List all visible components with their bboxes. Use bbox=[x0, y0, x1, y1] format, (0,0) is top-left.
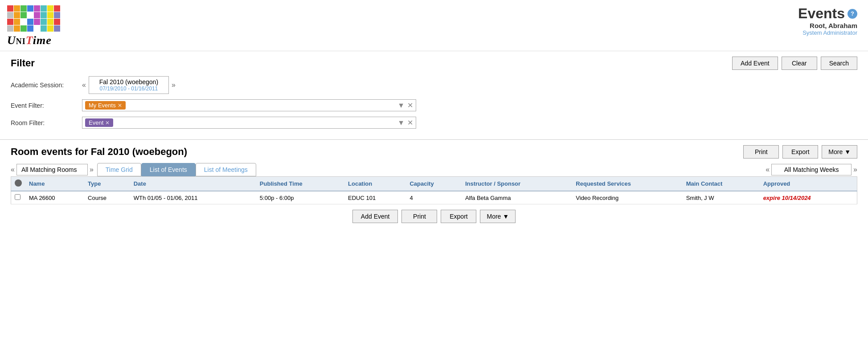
logo-cell bbox=[27, 19, 33, 25]
room-filter-label: Room Filter: bbox=[11, 119, 82, 126]
all-matching-rooms[interactable]: All Matching Rooms bbox=[16, 164, 88, 175]
add-event-button[interactable]: Add Event bbox=[732, 57, 778, 70]
logo-cell bbox=[20, 5, 27, 12]
all-matching-weeks[interactable]: All Matching Weeks bbox=[771, 164, 852, 175]
logo-cell bbox=[54, 12, 60, 18]
logo-cell bbox=[7, 25, 13, 32]
logo-cell bbox=[47, 25, 53, 32]
results-title: Room events for Fal 2010 (woebegon) bbox=[11, 146, 187, 158]
col-instructor: Instructor / Sponsor bbox=[462, 177, 572, 191]
col-location: Location bbox=[344, 177, 406, 191]
row-type: Course bbox=[84, 191, 130, 204]
event-tag-remove[interactable]: ✕ bbox=[118, 102, 122, 109]
tab-time-grid[interactable]: Time Grid bbox=[97, 163, 141, 176]
room-nav: « All Matching Rooms » bbox=[11, 164, 94, 175]
table-header-row: Name Type Date Published Time Location C… bbox=[11, 177, 857, 191]
logo-cell bbox=[7, 12, 13, 18]
rooms-next-arrow[interactable]: » bbox=[90, 166, 94, 174]
events-table: Name Type Date Published Time Location C… bbox=[11, 176, 857, 204]
row-name[interactable]: MA 26600 bbox=[25, 191, 84, 204]
row-published_time: 5:00p - 6:00p bbox=[256, 191, 344, 204]
event-filter-clear[interactable]: ✕ bbox=[407, 101, 413, 110]
bottom-buttons: Add Event Print Export More ▼ bbox=[11, 204, 857, 225]
logo-cell bbox=[14, 5, 20, 12]
print-button-top[interactable]: Print bbox=[743, 145, 779, 159]
export-button-top[interactable]: Export bbox=[782, 145, 818, 159]
event-filter-input[interactable]: My Events ✕ ▼ ✕ bbox=[82, 99, 416, 111]
logo-cell bbox=[47, 12, 53, 18]
logo-cell bbox=[20, 25, 27, 32]
add-event-button-bottom[interactable]: Add Event bbox=[352, 210, 398, 223]
results-header: Room events for Fal 2010 (woebegon) Prin… bbox=[11, 145, 857, 159]
session-prev-arrow[interactable]: « bbox=[82, 81, 86, 89]
col-date: Date bbox=[130, 177, 256, 191]
logo-cell bbox=[47, 19, 53, 25]
room-tag-remove[interactable]: ✕ bbox=[105, 120, 110, 126]
row-capacity: 4 bbox=[406, 191, 461, 204]
logo-cell bbox=[41, 5, 47, 12]
more-button-bottom[interactable]: More ▼ bbox=[480, 210, 516, 223]
row-main_contact: Smith, J W bbox=[683, 191, 760, 204]
event-filter-label: Event Filter: bbox=[11, 102, 82, 109]
event-filter-tag[interactable]: My Events ✕ bbox=[85, 101, 126, 110]
logo-cell bbox=[27, 12, 33, 18]
room-filter-controls: ▼ ✕ bbox=[397, 118, 413, 127]
logo-text: UniTime bbox=[7, 33, 52, 47]
page-header: UniTime Events ? Root, Abraham System Ad… bbox=[0, 0, 868, 51]
col-type: Type bbox=[84, 177, 130, 191]
col-main-contact: Main Contact bbox=[683, 177, 760, 191]
logo-cell bbox=[41, 12, 47, 18]
row-checkbox[interactable] bbox=[15, 194, 20, 200]
col-check bbox=[11, 177, 26, 191]
logo-cell bbox=[41, 25, 47, 32]
logo-cell bbox=[54, 19, 60, 25]
rooms-prev-arrow[interactable]: « bbox=[11, 166, 15, 174]
weeks-next-arrow[interactable]: » bbox=[853, 166, 857, 174]
weeks-prev-arrow[interactable]: « bbox=[766, 166, 770, 174]
help-icon[interactable]: ? bbox=[848, 9, 857, 19]
room-filter-clear[interactable]: ✕ bbox=[407, 118, 413, 127]
room-tag-text: Event bbox=[89, 119, 103, 126]
row-date: WTh 01/05 - 01/06, 2011 bbox=[130, 191, 256, 204]
room-filter-tag[interactable]: Event ✕ bbox=[85, 118, 113, 127]
row-checkbox-cell bbox=[11, 191, 26, 204]
col-capacity: Capacity bbox=[406, 177, 461, 191]
table-row: MA 26600CourseWTh 01/05 - 01/06, 20115:0… bbox=[11, 191, 857, 204]
event-filter-dropdown[interactable]: ▼ bbox=[397, 102, 405, 110]
room-filter-dropdown[interactable]: ▼ bbox=[397, 119, 405, 127]
logo-cell bbox=[34, 12, 40, 18]
room-filter-input[interactable]: Event ✕ ▼ ✕ bbox=[82, 117, 416, 129]
print-button-bottom[interactable]: Print bbox=[401, 210, 437, 223]
session-next-arrow[interactable]: » bbox=[172, 81, 176, 89]
row-instructor: Alfa Beta Gamma bbox=[462, 191, 572, 204]
more-button-top[interactable]: More ▼ bbox=[822, 145, 857, 159]
col-approved: Approved bbox=[760, 177, 857, 191]
session-date: 07/19/2010 - 01/16/2011 bbox=[94, 85, 164, 92]
user-name: Root, Abraham bbox=[798, 22, 857, 29]
search-button[interactable]: Search bbox=[821, 57, 857, 70]
logo-cell bbox=[7, 19, 13, 25]
clear-button[interactable]: Clear bbox=[782, 57, 817, 70]
logo-cell bbox=[20, 19, 27, 25]
settings-icon[interactable] bbox=[15, 179, 22, 187]
logo-cell bbox=[41, 19, 47, 25]
tabs-left: « All Matching Rooms » Time Grid List of… bbox=[11, 163, 256, 176]
export-button-bottom[interactable]: Export bbox=[441, 210, 476, 223]
logo-grid bbox=[7, 5, 60, 32]
session-nav: « Fal 2010 (woebegon) 07/19/2010 - 01/16… bbox=[82, 76, 176, 94]
logo-cell bbox=[34, 19, 40, 25]
row-approved: expire 10/14/2024 bbox=[760, 191, 857, 204]
session-box[interactable]: Fal 2010 (woebegon) 07/19/2010 - 01/16/2… bbox=[89, 76, 169, 94]
logo-cell bbox=[54, 5, 60, 12]
event-filter-row: Event Filter: My Events ✕ ▼ ✕ bbox=[11, 99, 857, 111]
page-title: Events bbox=[798, 5, 845, 22]
event-tag-text: My Events bbox=[89, 102, 116, 109]
tab-list: Time Grid List of Events List of Meeting… bbox=[97, 163, 256, 176]
row-location: EDUC 101 bbox=[344, 191, 406, 204]
filter-header: Filter Add Event Clear Search bbox=[11, 57, 857, 70]
tabs-row: « All Matching Rooms » Time Grid List of… bbox=[11, 163, 857, 176]
tab-list-meetings[interactable]: List of Meetings bbox=[196, 163, 256, 176]
logo-cell bbox=[7, 5, 13, 12]
header-right: Events ? Root, Abraham System Administra… bbox=[798, 5, 857, 36]
tab-list-events[interactable]: List of Events bbox=[141, 163, 196, 176]
